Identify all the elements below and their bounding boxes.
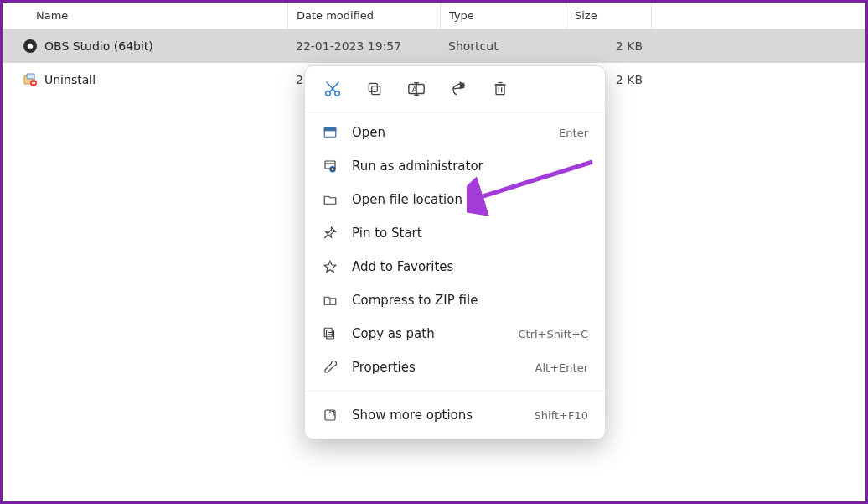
shield-admin-icon [322,158,338,174]
file-name-label: OBS Studio (64bit) [44,39,153,53]
menu-label: Open [352,125,545,140]
menu-separator [305,391,605,392]
column-header-type[interactable]: Type [440,3,566,29]
delete-button[interactable] [489,78,511,100]
svg-text:A: A [412,85,418,94]
more-options-icon [322,408,338,423]
cut-button[interactable] [322,78,344,100]
file-name-label: Uninstall [44,73,96,86]
menu-label: Open file location [352,192,575,207]
menu-run-as-administrator[interactable]: Run as administrator [305,149,605,183]
pin-icon [322,226,338,241]
menu-label: Pin to Start [352,226,575,241]
file-date-label: 22-01-2023 19:57 [287,39,440,53]
menu-add-to-favorites[interactable]: Add to Favorites [305,250,605,283]
share-button[interactable] [447,78,469,100]
svg-rect-15 [496,85,504,95]
folder-icon [322,192,338,207]
svg-rect-11 [372,86,380,95]
menu-shortcut: Shift+F10 [535,409,588,422]
wrench-icon [322,360,338,375]
column-header-date[interactable]: Date modified [287,3,440,29]
menu-copy-as-path[interactable]: Copy as path Ctrl+Shift+C [305,317,605,351]
file-row[interactable]: OBS Studio (64bit) 22-01-2023 19:57 Shor… [3,29,865,63]
zip-icon [322,293,338,308]
uninstall-icon [23,72,38,87]
column-header-size[interactable]: Size [566,3,651,29]
file-type-label: Shortcut [440,39,566,53]
copy-button[interactable] [364,78,385,100]
menu-label: Run as administrator [352,158,575,174]
context-menu-iconbar: A [305,66,605,112]
menu-label: Show more options [352,408,521,423]
menu-shortcut: Ctrl+Shift+C [518,328,588,340]
svg-point-4 [29,49,32,51]
svg-rect-6 [27,74,34,79]
rename-button[interactable]: A [406,78,427,100]
menu-properties[interactable]: Properties Alt+Enter [305,351,605,384]
menu-label: Copy as path [352,326,504,341]
svg-rect-8 [32,82,35,84]
svg-point-3 [32,44,34,46]
menu-label: Properties [352,360,522,375]
menu-open-file-location[interactable]: Open file location [305,183,605,216]
svg-rect-17 [324,128,336,131]
menu-shortcut: Alt+Enter [535,361,588,374]
menu-shortcut: Enter [559,127,588,139]
column-header-row: Name Date modified Type Size [3,3,865,29]
open-icon [322,125,338,140]
copy-path-icon [322,326,338,341]
menu-label: Compress to ZIP file [352,293,575,308]
svg-rect-12 [369,83,377,91]
file-size-label: 2 KB [566,39,651,53]
column-header-end [651,3,865,29]
obs-icon [23,39,38,54]
menu-open[interactable]: Open Enter [305,116,605,149]
menu-pin-to-start[interactable]: Pin to Start [305,216,605,250]
column-header-name[interactable]: Name [3,9,287,22]
menu-compress-to-zip[interactable]: Compress to ZIP file [305,283,605,317]
svg-point-2 [26,44,28,46]
context-menu: A Open Enter Run as administrator [304,65,606,439]
menu-label: Add to Favorites [352,259,575,274]
menu-show-more-options[interactable]: Show more options Shift+F10 [305,398,605,432]
star-icon [322,259,338,274]
